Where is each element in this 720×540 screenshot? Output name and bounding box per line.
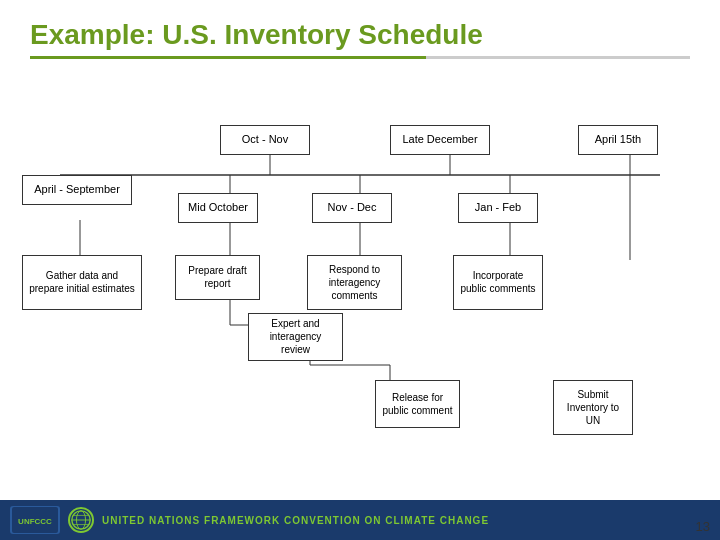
prepare-draft-box: Prepare draft report [175, 255, 260, 300]
april-september-box: April - September [22, 175, 132, 205]
footer: UNFCCC UNITED NATIONS FRAMEWORK CONVENTI… [0, 500, 720, 540]
gather-data-box: Gather data and prepare initial estimate… [22, 255, 142, 310]
jan-feb-box: Jan - Feb [458, 193, 538, 223]
mid-october-box: Mid October [178, 193, 258, 223]
title-area: Example: U.S. Inventory Schedule [0, 0, 720, 65]
slide-title: Example: U.S. Inventory Schedule [30, 18, 690, 52]
submit-inventory-box: Submit Inventory to UN [553, 380, 633, 435]
expert-review-box: Expert and interagency review [248, 313, 343, 361]
late-december-box: Late December [390, 125, 490, 155]
oct-nov-box: Oct - Nov [220, 125, 310, 155]
diagram-area: Oct - Nov Late December April 15th April… [0, 65, 720, 500]
un-emblem [68, 507, 94, 533]
svg-text:UNFCCC: UNFCCC [18, 517, 52, 526]
footer-text: UNITED NATIONS FRAMEWORK CONVENTION ON C… [102, 515, 710, 526]
april-15th-box: April 15th [578, 125, 658, 155]
incorporate-public-box: Incorporate public comments [453, 255, 543, 310]
release-public-box: Release for public comment [375, 380, 460, 428]
page-number: 13 [696, 519, 710, 534]
slide: Example: U.S. Inventory Schedule [0, 0, 720, 540]
respond-interagency-box: Respond to interagency comments [307, 255, 402, 310]
title-underline [30, 56, 690, 59]
nov-dec-box: Nov - Dec [312, 193, 392, 223]
unfccc-logo: UNFCCC [10, 506, 60, 534]
